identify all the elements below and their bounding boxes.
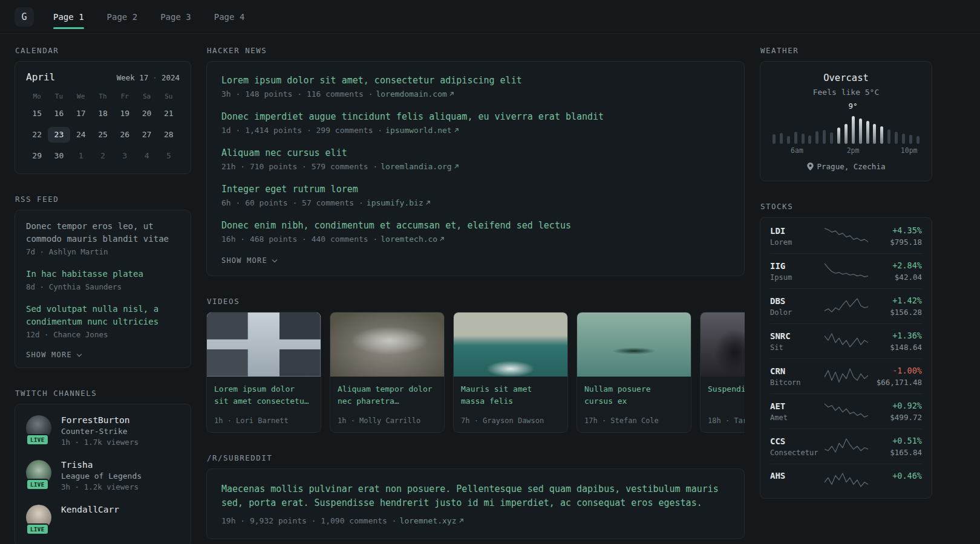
twitch-channel[interactable]: LIVE KendallCarr <box>26 505 180 535</box>
calendar-day: 29 <box>26 148 48 164</box>
weather-chart: 9° 6am2pm10pm <box>773 104 920 156</box>
weather-bar <box>866 121 869 144</box>
page-tab[interactable]: Page 3 <box>160 0 191 33</box>
page-tab[interactable]: Page 4 <box>214 0 245 33</box>
twitch-channel-info: Trisha League of Legends 3h · 1.2k viewe… <box>61 460 142 491</box>
stock-row[interactable]: SNRC Sit +1.36% $148.64 <box>770 323 922 358</box>
video-title[interactable]: Aliquam tempor dolor nec pharetra… <box>338 383 437 407</box>
video-title[interactable]: Suspendisse diam <box>708 383 745 395</box>
twitch-channel-name[interactable]: ForrestBurton <box>61 415 139 425</box>
video-card[interactable]: Mauris sit amet massa felis 7h · Grayson… <box>453 312 568 433</box>
hackernews-show-more-button[interactable]: SHOW MORE <box>221 256 730 265</box>
video-title[interactable]: Lorem ipsum dolor sit amet consectetu… <box>214 383 313 407</box>
subreddit-post-title[interactable]: Maecenas mollis pulvinar erat non posuer… <box>221 482 730 511</box>
post-meta-text: 19h · 9,932 points · 1,090 comments · <box>221 516 397 525</box>
hackernews-story-title[interactable]: Donec imperdiet augue tincidunt felis al… <box>221 111 730 122</box>
hackernews-story-meta: 1d · 1,414 points · 299 comments · ipsum… <box>221 126 730 135</box>
video-thumbnail <box>701 312 745 377</box>
stock-row[interactable]: CRN Bitcorn -1.00% $66,171.48 <box>770 358 922 393</box>
middle-column: HACKER NEWS Lorem ipsum dolor sit amet, … <box>206 46 745 544</box>
stock-symbol: SNRC <box>770 331 820 341</box>
hackernews-story-domain[interactable]: ipsumworld.net <box>385 126 459 135</box>
rss-show-more-button[interactable]: SHOW MORE <box>26 351 180 359</box>
stock-row[interactable]: AHS +0.46% <box>770 464 922 497</box>
twitch-channel-name[interactable]: KendallCarr <box>61 505 119 514</box>
video-card[interactable]: Lorem ipsum dolor sit amet consectetu… 1… <box>206 312 321 433</box>
stock-values: +0.46% <box>873 471 923 490</box>
rss-item-title[interactable]: Sed volutpat nulla nisl, a condimentum n… <box>26 303 180 328</box>
stock-name: Bitcorn <box>770 378 820 387</box>
stock-row[interactable]: LDI Lorem +4.35% $795.18 <box>770 219 922 253</box>
twitch-avatar-wrap: LIVE <box>26 415 53 445</box>
rss-item-title[interactable]: Donec tempor eros leo, ut commodo mauris… <box>26 220 180 245</box>
page-tab[interactable]: Page 2 <box>107 0 138 33</box>
twitch-section-title: TWITCH CHANNELS <box>15 389 191 398</box>
video-card[interactable]: Nullam posuere cursus ex 17h · Stefan Co… <box>577 312 691 433</box>
weather-bar <box>873 124 876 144</box>
stock-values: +0.51% $165.84 <box>873 436 923 457</box>
external-link-icon <box>454 164 459 169</box>
rss-item: Sed volutpat nulla nisl, a condimentum n… <box>26 303 180 339</box>
hackernews-story-title[interactable]: Donec enim nibh, condimentum et accumsan… <box>221 220 730 231</box>
stock-price <box>873 483 923 490</box>
twitch-channel-name[interactable]: Trisha <box>61 460 142 470</box>
subreddit-card: Maecenas mollis pulvinar erat non posuer… <box>206 468 745 539</box>
video-title[interactable]: Nullam posuere cursus ex <box>584 383 684 407</box>
stock-row[interactable]: IIG Ipsum +2.84% $42.04 <box>770 253 922 288</box>
video-info: Aliquam tempor dolor nec pharetra… 1h · … <box>330 377 444 432</box>
app-logo[interactable]: G <box>15 7 34 27</box>
chevron-down-icon <box>77 351 82 356</box>
stock-id: CRN Bitcorn <box>770 366 820 387</box>
hackernews-story-domain[interactable]: loremdomain.com <box>376 89 454 99</box>
weather-bar <box>887 129 890 144</box>
weather-bar <box>802 134 805 144</box>
hackernews-section-title: HACKER NEWS <box>207 46 745 55</box>
hackernews-story-domain[interactable]: loremtech.co <box>381 235 445 244</box>
stock-change: -1.00% <box>873 366 923 375</box>
stock-price: $148.64 <box>873 343 923 352</box>
stock-row[interactable]: CCS Consectetur +0.51% $165.84 <box>770 429 922 464</box>
page-tabs: Page 1 Page 2 Page 3 Page 4 <box>53 0 244 33</box>
weather-bar <box>859 118 862 144</box>
stock-symbol: CRN <box>770 366 820 376</box>
story-meta-text: 3h · 148 points · 116 comments · <box>221 89 373 99</box>
hackernews-story-title[interactable]: Aliquam nec cursus elit <box>221 147 730 158</box>
rss-widget: RSS FEED Donec tempor eros leo, ut commo… <box>15 195 191 368</box>
video-title[interactable]: Mauris sit amet massa felis <box>461 383 560 407</box>
video-info: Mauris sit amet massa felis 7h · Grayson… <box>454 377 567 432</box>
twitch-card: LIVE ForrestBurton Counter-Strike 1h · 1… <box>15 404 191 544</box>
stock-symbol: IIG <box>770 261 820 271</box>
hackernews-story-title[interactable]: Integer eget rutrum lorem <box>221 184 730 195</box>
rss-item-meta: 12d · Chance Jones <box>26 330 180 339</box>
video-card[interactable]: Aliquam tempor dolor nec pharetra… 1h · … <box>330 312 445 433</box>
hackernews-story-title[interactable]: Lorem ipsum dolor sit amet, consectetur … <box>221 75 730 86</box>
right-column: WEATHER Overcast Feels like 5°C 9° 6am2p… <box>760 46 932 519</box>
hackernews-story-domain[interactable]: ipsumify.biz <box>367 198 431 207</box>
subreddit-post-domain[interactable]: loremnet.xyz <box>400 516 464 525</box>
video-meta: 1h · Lori Barnett <box>214 416 313 425</box>
story-meta-text: 16h · 468 points · 440 comments · <box>221 235 377 244</box>
twitch-channel-game[interactable]: League of Legends <box>61 471 142 481</box>
page-tab[interactable]: Page 1 <box>53 0 84 33</box>
rss-item: In hac habitasse platea 8d · Cynthia Sau… <box>26 268 180 291</box>
hackernews-story-domain[interactable]: loremlandia.org <box>381 162 459 171</box>
twitch-channel-info: KendallCarr <box>61 505 119 516</box>
video-card[interactable]: Suspendisse diam 18h · Tara <box>700 312 745 433</box>
twitch-avatar-wrap: LIVE <box>26 460 53 490</box>
calendar-day: 18 <box>92 106 114 121</box>
twitch-channel-game[interactable]: Counter-Strike <box>61 427 139 436</box>
twitch-channel[interactable]: LIVE ForrestBurton Counter-Strike 1h · 1… <box>26 415 180 447</box>
rss-item-title[interactable]: In hac habitasse platea <box>26 268 180 280</box>
calendar-weekday-label: Sa <box>136 92 157 100</box>
rss-section-title: RSS FEED <box>15 195 191 204</box>
hackernews-story-meta: 3h · 148 points · 116 comments · loremdo… <box>221 89 730 99</box>
stock-row[interactable]: AET Amet +0.92% $499.72 <box>770 393 922 429</box>
stock-row[interactable]: DBS Dolor +1.42% $156.28 <box>770 288 922 323</box>
twitch-channel[interactable]: LIVE Trisha League of Legends 3h · 1.2k … <box>26 460 180 491</box>
weather-bar <box>794 132 797 144</box>
videos-section-title: VIDEOS <box>207 297 745 306</box>
stock-name: Lorem <box>770 238 820 247</box>
videos-row: Lorem ipsum dolor sit amet consectetu… 1… <box>206 312 745 433</box>
rss-card: Donec tempor eros leo, ut commodo mauris… <box>15 210 191 368</box>
weather-bar <box>830 132 833 144</box>
